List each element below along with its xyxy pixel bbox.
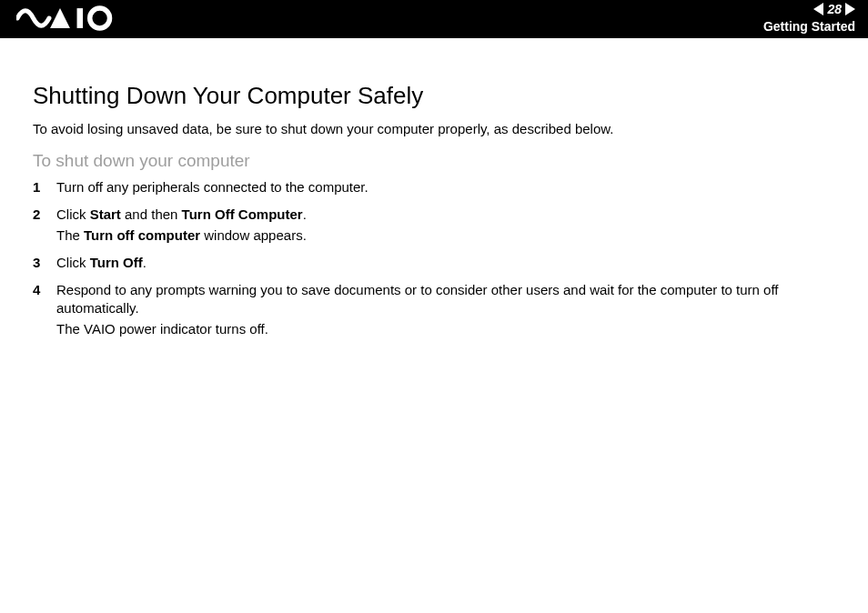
step-body: Click Turn Off. — [56, 254, 841, 272]
subsection-title: To shut down your computer — [33, 151, 841, 171]
prev-page-icon[interactable] — [813, 3, 823, 15]
step-body: Click Start and then Turn Off Computer.T… — [56, 206, 841, 245]
svg-marker-0 — [50, 8, 70, 28]
step-list: 1Turn off any peripherals connected to t… — [33, 178, 841, 338]
step-number: 4 — [33, 281, 56, 338]
page-title: Shutting Down Your Computer Safely — [33, 82, 841, 110]
svg-point-2 — [90, 8, 110, 28]
page-body: Shutting Down Your Computer Safely To av… — [0, 38, 868, 338]
page-number: 28 — [827, 2, 842, 16]
step-number: 2 — [33, 206, 56, 245]
step-body: Turn off any peripherals connected to th… — [56, 178, 841, 196]
vaio-logo — [16, 5, 126, 31]
header-bar: 28 Getting Started — [0, 0, 868, 38]
next-page-icon[interactable] — [845, 3, 855, 15]
page-nav: 28 — [813, 2, 855, 16]
step-number: 3 — [33, 254, 56, 272]
section-title: Getting Started — [763, 19, 855, 34]
list-item: 3Click Turn Off. — [33, 254, 841, 272]
intro-text: To avoid losing unsaved data, be sure to… — [33, 121, 841, 136]
list-item: 2Click Start and then Turn Off Computer.… — [33, 206, 841, 245]
svg-rect-1 — [77, 8, 84, 28]
step-body: Respond to any prompts warning you to sa… — [56, 281, 841, 338]
vaio-logo-svg — [16, 5, 126, 31]
list-item: 1Turn off any peripherals connected to t… — [33, 178, 841, 196]
list-item: 4Respond to any prompts warning you to s… — [33, 281, 841, 338]
step-number: 1 — [33, 178, 56, 196]
